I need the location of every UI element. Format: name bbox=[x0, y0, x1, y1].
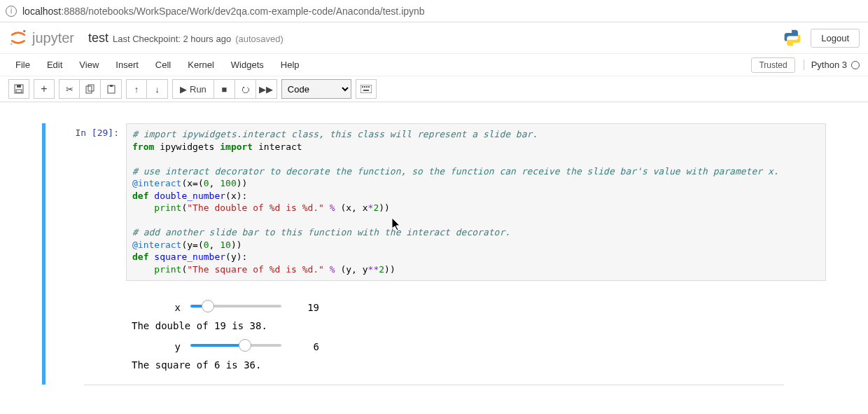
slider-y-label: y bbox=[132, 341, 181, 352]
command-palette-button[interactable] bbox=[356, 79, 377, 99]
save-button[interactable] bbox=[8, 79, 29, 99]
slider-x-label: x bbox=[132, 302, 181, 313]
arrow-down-icon: ↓ bbox=[155, 84, 160, 95]
checkpoint-text: Last Checkpoint: 2 hours ago bbox=[113, 34, 231, 44]
svg-rect-13 bbox=[364, 86, 365, 88]
menu-kernel[interactable]: Kernel bbox=[181, 57, 221, 73]
copy-cell-button[interactable] bbox=[80, 79, 101, 99]
slider-x-thumb[interactable] bbox=[202, 300, 214, 312]
jupyter-logo[interactable]: jupyter bbox=[8, 28, 74, 48]
menu-cell[interactable]: Cell bbox=[148, 57, 178, 73]
svg-point-1 bbox=[10, 43, 13, 45]
keyboard-icon bbox=[360, 85, 372, 93]
cell-prompt: In [29]: bbox=[46, 123, 126, 385]
url-display: localhost:8888/notebooks/WorkSpace/Work/… bbox=[22, 6, 425, 17]
menubar: File Edit View Insert Cell Kernel Widget… bbox=[0, 53, 868, 76]
run-button[interactable]: ▶Run bbox=[172, 79, 214, 99]
restart-icon: ⭮ bbox=[241, 84, 250, 95]
slider-y-thumb[interactable] bbox=[239, 339, 251, 352]
interrupt-button[interactable]: ■ bbox=[214, 79, 235, 99]
svg-rect-5 bbox=[17, 85, 21, 88]
menu-widgets[interactable]: Widgets bbox=[224, 57, 271, 73]
svg-rect-11 bbox=[360, 85, 372, 93]
output-line-y: The square of 6 is 36. bbox=[132, 359, 826, 371]
restart-run-all-button[interactable]: ▶▶ bbox=[256, 79, 277, 99]
floppy-icon bbox=[14, 84, 24, 94]
slider-x[interactable] bbox=[190, 305, 281, 310]
svg-rect-12 bbox=[362, 86, 363, 88]
menu-file[interactable]: File bbox=[8, 57, 37, 73]
paste-icon bbox=[106, 84, 116, 94]
run-icon: ▶ bbox=[180, 84, 187, 95]
kernel-name: Python 3 bbox=[811, 60, 847, 70]
kernel-indicator[interactable]: Python 3 bbox=[804, 60, 860, 70]
kernel-idle-circle-icon bbox=[851, 61, 860, 69]
slider-x-value: 19 bbox=[291, 302, 319, 313]
menu-help[interactable]: Help bbox=[274, 57, 307, 73]
python-icon bbox=[783, 28, 802, 48]
jupyter-brand: jupyter bbox=[32, 30, 74, 46]
svg-rect-14 bbox=[366, 86, 368, 88]
output-area: x 19 The double of 19 is 38. y 6 bbox=[126, 281, 826, 385]
cell-type-select[interactable]: Code bbox=[281, 79, 351, 99]
svg-rect-7 bbox=[86, 86, 92, 93]
jupyter-icon bbox=[8, 28, 28, 48]
logout-button[interactable]: Logout bbox=[811, 29, 860, 48]
svg-point-3 bbox=[794, 43, 796, 44]
next-cell-border bbox=[84, 385, 784, 385]
cut-cell-button[interactable]: ✂ bbox=[59, 79, 80, 99]
paste-cell-button[interactable] bbox=[101, 79, 122, 99]
add-cell-button[interactable]: + bbox=[34, 79, 55, 99]
fast-forward-icon: ▶▶ bbox=[259, 84, 273, 95]
address-bar[interactable]: i localhost:8888/notebooks/WorkSpace/Wor… bbox=[0, 0, 868, 22]
slider-y[interactable] bbox=[190, 344, 281, 350]
menu-view[interactable]: View bbox=[72, 57, 106, 73]
slider-y-row: y 6 bbox=[132, 341, 826, 352]
svg-point-0 bbox=[23, 30, 26, 33]
toolbar: + ✂ ↑ ↓ ▶Run ■ ⭮ ▶▶ Code bbox=[0, 76, 868, 102]
restart-button[interactable]: ⭮ bbox=[235, 79, 256, 99]
svg-rect-10 bbox=[110, 85, 113, 87]
slider-y-value: 6 bbox=[291, 341, 319, 352]
stop-icon: ■ bbox=[221, 84, 227, 95]
move-down-button[interactable]: ↓ bbox=[147, 79, 168, 99]
info-icon: i bbox=[6, 6, 17, 17]
scissors-icon: ✂ bbox=[66, 84, 74, 95]
move-up-button[interactable]: ↑ bbox=[126, 79, 147, 99]
code-editor[interactable]: # import ipywidgets.interact class, this… bbox=[126, 123, 826, 281]
jupyter-header: jupyter test Last Checkpoint: 2 hours ag… bbox=[0, 22, 868, 53]
code-cell[interactable]: In [29]: # import ipywidgets.interact cl… bbox=[42, 123, 826, 385]
svg-rect-16 bbox=[363, 90, 369, 91]
autosaved-text: (autosaved) bbox=[235, 34, 284, 44]
trusted-badge[interactable]: Trusted bbox=[751, 57, 794, 73]
svg-rect-15 bbox=[368, 86, 370, 88]
menu-edit[interactable]: Edit bbox=[40, 57, 69, 73]
slider-x-row: x 19 bbox=[132, 302, 826, 313]
svg-rect-8 bbox=[88, 85, 94, 91]
menu-insert[interactable]: Insert bbox=[108, 57, 146, 73]
svg-rect-6 bbox=[16, 90, 22, 92]
svg-point-2 bbox=[789, 32, 790, 33]
arrow-up-icon: ↑ bbox=[134, 84, 139, 95]
notebook-name[interactable]: test bbox=[88, 31, 108, 46]
output-line-x: The double of 19 is 38. bbox=[132, 320, 826, 331]
notebook-area: In [29]: # import ipywidgets.interact cl… bbox=[0, 102, 868, 392]
run-label: Run bbox=[190, 84, 206, 95]
plus-icon: + bbox=[41, 83, 47, 95]
copy-icon bbox=[85, 84, 95, 94]
